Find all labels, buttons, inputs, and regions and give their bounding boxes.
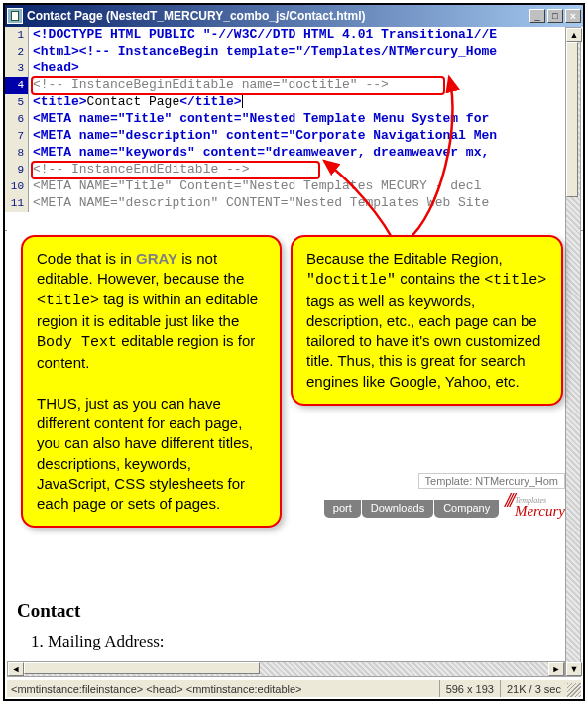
maximize-button[interactable]: □ — [547, 9, 563, 23]
line-number[interactable]: 6 — [5, 111, 29, 128]
code-line[interactable]: 7<META name="description" content="Corpo… — [5, 128, 583, 145]
code-editor[interactable]: 1<!DOCTYPE HTML PUBLIC "-//W3C//DTD HTML… — [5, 27, 583, 231]
editor-window: Contact Page (NestedT_MERCURY_combo_js/C… — [3, 3, 585, 701]
code-line[interactable]: 6<META name="Title" content="Nested Temp… — [5, 111, 583, 128]
code-line[interactable]: 11<META NAME="description" CONTENT="Nest… — [5, 195, 583, 212]
line-number[interactable]: 10 — [5, 178, 29, 195]
vertical-scrollbar[interactable]: ▲ ▼ — [565, 27, 581, 677]
scroll-track[interactable] — [566, 42, 580, 662]
line-number[interactable]: 3 — [5, 60, 29, 77]
code-text[interactable]: <html><!-- InstanceBegin template="/Temp… — [29, 44, 497, 60]
minimize-button[interactable]: _ — [529, 9, 545, 23]
logo-slash-icon: /// — [505, 489, 513, 512]
nav-tab[interactable]: Company — [434, 500, 499, 518]
code-text[interactable]: <META NAME="description" CONTENT="Nested… — [29, 195, 489, 212]
line-number[interactable]: 8 — [5, 145, 29, 162]
resize-grip[interactable] — [567, 683, 581, 697]
close-button[interactable]: × — [565, 9, 581, 23]
window-title: Contact Page (NestedT_MERCURY_combo_js/C… — [27, 9, 529, 23]
scroll-right-button[interactable]: ► — [548, 662, 564, 676]
titlebar[interactable]: Contact Page (NestedT_MERCURY_combo_js/C… — [5, 5, 583, 27]
line-number[interactable]: 7 — [5, 128, 29, 145]
tag-selector[interactable]: <mmtinstance:fileinstance> <head> <mmtin… — [7, 683, 439, 695]
template-indicator: Template: NTMercury_Hom — [418, 473, 565, 489]
status-dimensions: 596 x 193 — [439, 680, 500, 697]
code-text[interactable]: <head> — [29, 60, 79, 77]
scroll-thumb[interactable] — [24, 662, 260, 674]
line-number[interactable]: 11 — [5, 195, 29, 212]
line-number[interactable]: 1 — [5, 27, 29, 44]
nav-tab[interactable]: Downloads — [362, 500, 433, 518]
nav-strip: port Downloads Company /// Templates Mer… — [323, 489, 565, 528]
code-text[interactable]: <META name="description" content="Corpor… — [29, 128, 497, 145]
callout-right: Because the Editable Region, "doctitle" … — [291, 235, 563, 406]
document-icon — [7, 8, 23, 24]
code-line[interactable]: 2<html><!-- InstanceBegin template="/Tem… — [5, 44, 583, 60]
scroll-track[interactable] — [24, 662, 548, 676]
code-text[interactable]: <!DOCTYPE HTML PUBLIC "-//W3C//DTD HTML … — [29, 27, 497, 44]
scroll-thumb[interactable] — [566, 42, 578, 197]
line-number[interactable]: 5 — [5, 94, 29, 111]
scroll-up-button[interactable]: ▲ — [566, 28, 582, 42]
code-text[interactable]: <META name="Title" content="Nested Templ… — [29, 111, 489, 128]
code-text[interactable]: <title>Contact Page</title> — [29, 94, 243, 111]
mercury-logo: /// Templates Mercury — [505, 489, 565, 528]
code-line[interactable]: 1<!DOCTYPE HTML PUBLIC "-//W3C//DTD HTML… — [5, 27, 583, 44]
line-number[interactable]: 9 — [5, 162, 29, 178]
code-line[interactable]: 5<title>Contact Page</title> — [5, 94, 583, 111]
code-line[interactable]: 10<META NAME="Title" Content="Nested Tem… — [5, 178, 583, 195]
status-size: 21K / 3 sec — [500, 680, 567, 697]
window-controls: _ □ × — [529, 9, 581, 23]
nav-tab[interactable]: port — [324, 500, 361, 518]
callout-left: Code that is in GRAY is not editable. Ho… — [21, 235, 282, 528]
horizontal-scrollbar[interactable]: ◄ ► — [7, 661, 565, 677]
code-text[interactable]: <META name="keywords" content="dreamweav… — [29, 145, 489, 162]
code-line[interactable]: 8<META name="keywords" content="dreamwea… — [5, 145, 583, 162]
highlight-box-end-editable — [31, 161, 320, 179]
list-item: 1. Mailing Address: — [31, 632, 165, 651]
highlight-box-begin-editable — [31, 76, 445, 95]
scroll-left-button[interactable]: ◄ — [8, 662, 24, 676]
line-number[interactable]: 4 — [5, 77, 29, 94]
code-line[interactable]: 3<head> — [5, 60, 583, 77]
scroll-down-button[interactable]: ▼ — [566, 662, 582, 676]
status-bar: <mmtinstance:fileinstance> <head> <mmtin… — [7, 679, 581, 697]
page-heading: Contact — [17, 600, 80, 622]
code-text[interactable]: <META NAME="Title" Content="Nested Templ… — [29, 178, 481, 195]
line-number[interactable]: 2 — [5, 44, 29, 60]
